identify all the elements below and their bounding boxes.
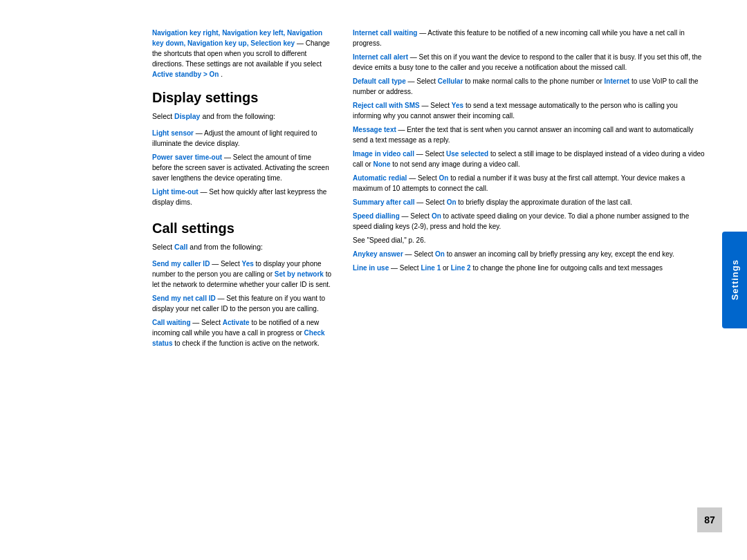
default-call-cellular[interactable]: Cellular	[438, 77, 463, 85]
main-content: Navigation key right, Navigation key lef…	[0, 0, 747, 560]
light-timeout-term: Light time-out	[152, 188, 199, 196]
right-column: Internet call waiting — Activate this fe…	[353, 28, 706, 532]
display-link[interactable]: Display	[174, 112, 200, 120]
entry-reject-call-sms: Reject call with SMS — Select Yes to sen…	[353, 100, 706, 121]
send-caller-network[interactable]: Set by network	[275, 270, 324, 278]
automatic-redial-term: Automatic redial	[353, 174, 407, 182]
message-text-body: — Enter the text that is sent when you c…	[353, 126, 694, 144]
active-standby-link[interactable]: Active standby > On	[152, 71, 219, 78]
entry-light-timeout: Light time-out — Set how quickly after l…	[152, 187, 332, 207]
power-saver-term: Power saver time-out	[152, 153, 222, 161]
send-caller-text1: — Select	[212, 260, 241, 268]
display-intro-post: and from the following:	[202, 112, 275, 120]
call-waiting-text1: — Select	[192, 319, 222, 326]
left-column: Navigation key right, Navigation key lef…	[152, 28, 332, 532]
call-settings-heading: Call settings	[152, 220, 332, 236]
display-intro-pre: Select	[152, 112, 174, 120]
display-settings-heading: Display settings	[152, 89, 332, 106]
default-call-type-text1: — Select	[407, 77, 437, 85]
settings-sidebar-tab: Settings	[722, 232, 747, 328]
message-text-term: Message text	[353, 126, 396, 133]
send-caller-term: Send my caller ID	[152, 260, 210, 268]
light-sensor-term: Light sensor	[152, 129, 194, 137]
image-video-call-text3: to not send any image during a video cal…	[392, 160, 520, 168]
entry-call-waiting: Call waiting — Select Activate to be not…	[152, 317, 332, 348]
internet-call-waiting-term: Internet call waiting	[353, 29, 417, 37]
image-video-call-text1: — Select	[416, 150, 446, 158]
entry-message-text: Message text — Enter the text that is se…	[353, 124, 706, 145]
page-container: Navigation key right, Navigation key lef…	[0, 0, 747, 560]
send-caller-yes[interactable]: Yes	[242, 260, 254, 268]
page-number-text: 87	[704, 514, 715, 525]
entry-default-call-type: Default call type — Select Cellular to m…	[353, 76, 706, 97]
default-call-type-term: Default call type	[353, 77, 406, 85]
speed-dial-ref-text: See "Speed dial," p. 26.	[353, 236, 426, 244]
summary-after-call-text2: to briefly display the approximate durat…	[458, 198, 632, 206]
reject-call-sms-term: Reject call with SMS	[353, 102, 420, 109]
speed-dialling-on[interactable]: On	[432, 212, 441, 220]
top-nav-links: Navigation key right, Navigation key lef…	[152, 28, 332, 80]
nav-period: .	[221, 71, 223, 78]
entry-speed-dialling: Speed dialling — Select On to activate s…	[353, 211, 706, 232]
anykey-answer-text2: to answer an incoming call by briefly pr…	[447, 250, 674, 258]
entry-speed-dial-ref: See "Speed dial," p. 26.	[353, 235, 706, 245]
image-video-none[interactable]: None	[373, 160, 390, 168]
summary-after-call-term: Summary after call	[353, 198, 415, 206]
line-in-use-text2: or	[443, 264, 451, 272]
entry-image-video-call: Image in video call — Select Use selecte…	[353, 149, 706, 169]
display-intro: Select Display and from the following:	[152, 111, 332, 122]
call-waiting-text3: to check if the function is active on th…	[174, 339, 320, 347]
automatic-redial-text1: — Select	[409, 174, 439, 182]
line-in-use-text3: to change the phone line for outgoing ca…	[472, 264, 663, 272]
line-in-use-line1[interactable]: Line 1	[421, 264, 441, 272]
speed-dialling-text1: — Select	[402, 212, 432, 220]
entry-summary-after-call: Summary after call — Select On to briefl…	[353, 197, 706, 207]
anykey-answer-on[interactable]: On	[435, 250, 445, 258]
send-net-caller-term: Send my net call ID	[152, 295, 216, 302]
entry-internet-call-waiting: Internet call waiting — Activate this fe…	[353, 28, 706, 48]
entry-automatic-redial: Automatic redial — Select On to redial a…	[353, 173, 706, 194]
entry-line-in-use: Line in use — Select Line 1 or Line 2 to…	[353, 263, 706, 273]
call-waiting-activate[interactable]: Activate	[223, 319, 250, 326]
call-link[interactable]: Call	[174, 243, 187, 251]
call-waiting-term: Call waiting	[152, 319, 191, 326]
entry-send-net-caller: Send my net call ID — Set this feature o…	[152, 293, 332, 314]
default-call-type-text2: to make normal calls to the phone number…	[465, 77, 604, 85]
image-video-use-selected[interactable]: Use selected	[446, 150, 488, 158]
entry-send-caller-id: Send my caller ID — Select Yes to displa…	[152, 259, 332, 290]
line-in-use-term: Line in use	[353, 264, 389, 272]
entry-power-saver: Power saver time-out — Select the amount…	[152, 152, 332, 183]
default-call-internet[interactable]: Internet	[605, 77, 630, 85]
internet-call-alert-term: Internet call alert	[353, 53, 408, 61]
call-intro-post: and from the following:	[190, 243, 263, 251]
sidebar-tab-label: Settings	[730, 259, 740, 300]
line-in-use-line2[interactable]: Line 2	[451, 264, 471, 272]
call-intro-pre: Select	[152, 243, 174, 251]
line-in-use-text1: — Select	[391, 264, 421, 272]
reject-call-sms-text1: — Select	[421, 102, 451, 109]
automatic-redial-on[interactable]: On	[439, 174, 449, 182]
page-number: 87	[697, 507, 722, 532]
anykey-answer-text1: — Select	[405, 250, 435, 258]
entry-light-sensor: Light sensor — Adjust the amount of ligh…	[152, 128, 332, 149]
entry-anykey-answer: Anykey answer — Select On to answer an i…	[353, 249, 706, 259]
speed-dialling-term: Speed dialling	[353, 212, 400, 220]
image-video-call-term: Image in video call	[353, 150, 414, 158]
entry-internet-call-alert: Internet call alert — Set this on if you…	[353, 52, 706, 73]
anykey-answer-term: Anykey answer	[353, 250, 403, 258]
summary-after-call-text1: — Select	[416, 198, 446, 206]
summary-after-call-on[interactable]: On	[447, 198, 456, 206]
reject-call-sms-yes[interactable]: Yes	[452, 102, 463, 109]
call-intro: Select Call and from the following:	[152, 242, 332, 253]
